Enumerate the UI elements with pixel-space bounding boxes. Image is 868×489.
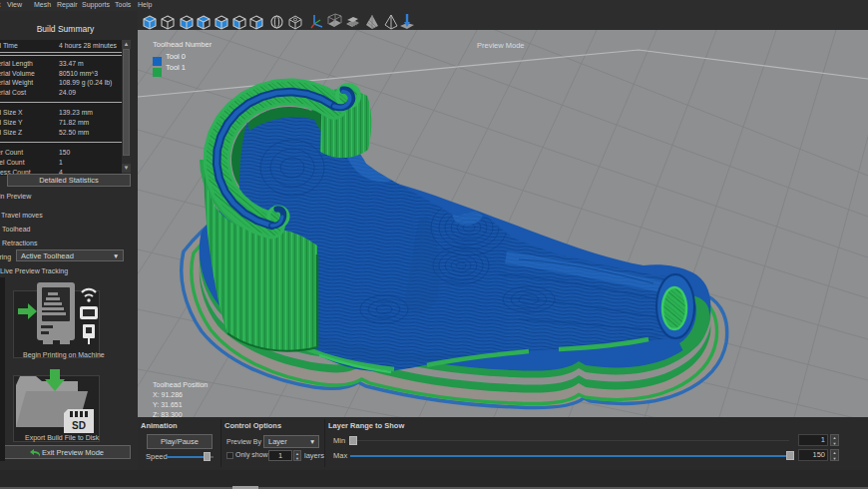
svg-text:SD: SD — [72, 420, 86, 431]
